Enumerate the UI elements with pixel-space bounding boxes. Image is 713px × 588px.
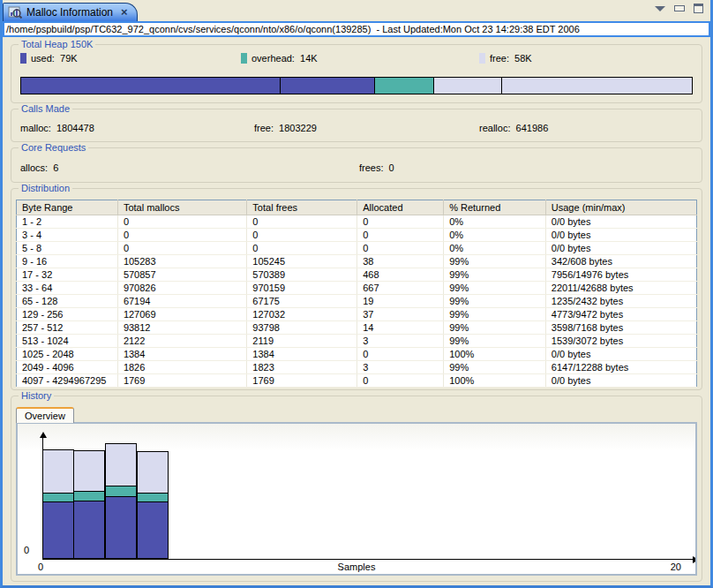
heap-bar-segment-free xyxy=(502,78,692,94)
table-row[interactable]: 4097 - 4294967295176917690100%0/0 bytes xyxy=(17,374,697,388)
close-icon[interactable]: × xyxy=(121,8,128,17)
history-bar-1-overhead xyxy=(42,493,74,502)
table-row[interactable]: 1 - 20000%0/0 bytes xyxy=(17,215,697,229)
table-row[interactable]: 5 - 80000%0/0 bytes xyxy=(17,242,697,255)
table-cell: 1235/2432 bytes xyxy=(545,295,696,308)
table-cell: 67175 xyxy=(247,295,357,308)
history-chart: 0 0 Samples 20 xyxy=(16,422,697,576)
table-cell: 0 xyxy=(357,374,444,388)
table-cell: 257 - 512 xyxy=(17,321,118,335)
table-cell: 17 - 32 xyxy=(17,268,118,282)
column-header-total-frees[interactable]: Total frees xyxy=(247,200,357,215)
table-cell: 0 xyxy=(247,242,357,255)
table-cell: 105283 xyxy=(117,255,246,268)
table-row[interactable]: 2049 - 409618261823399%6147/12288 bytes xyxy=(17,361,697,374)
table-cell: 129 - 256 xyxy=(17,308,118,321)
table-cell: 513 - 1024 xyxy=(17,335,118,348)
table-cell: 1384 xyxy=(117,348,246,361)
column-header--returned[interactable]: % Returned xyxy=(444,200,546,215)
table-cell: 99% xyxy=(444,321,546,335)
table-cell: 0/0 bytes xyxy=(545,348,696,361)
table-row[interactable]: 9 - 161052831052453899%342/608 bytes xyxy=(17,255,697,268)
table-cell: 4773/9472 bytes xyxy=(545,308,696,321)
table-cell: 19 xyxy=(357,295,444,308)
history-bar-4-overhead xyxy=(137,493,169,502)
history-bar-2-free xyxy=(73,450,105,492)
table-cell: 37 xyxy=(357,308,444,321)
tab-overview[interactable]: Overview xyxy=(16,407,74,423)
history-bar-1-used xyxy=(42,501,74,559)
column-header-byte-range[interactable]: Byte Range xyxy=(17,200,118,215)
table-cell: 99% xyxy=(444,255,546,268)
table-cell: 0 xyxy=(247,229,357,242)
table-cell: 3 xyxy=(357,361,444,374)
malloc-information-view: Malloc Information × /home/pspbuild/psp/… xyxy=(0,0,713,588)
legend-overhead: overhead: 14K xyxy=(241,53,318,64)
heap-bar-segment-used xyxy=(21,78,281,94)
table-cell: 1384 xyxy=(247,348,357,361)
table-row[interactable]: 65 - 12867194671751999%1235/2432 bytes xyxy=(17,295,697,308)
table-row[interactable]: 3 - 40000%0/0 bytes xyxy=(17,229,697,242)
history-bar-3-free xyxy=(105,443,137,486)
table-cell: 33 - 64 xyxy=(17,282,118,295)
table-cell: 38 xyxy=(357,255,444,268)
table-cell: 342/608 bytes xyxy=(545,255,696,268)
table-cell: 1769 xyxy=(117,374,246,388)
legend-used-label: used: 79K xyxy=(31,53,78,64)
legend-free: free: 58K xyxy=(479,53,532,64)
table-cell: 1539/3072 bytes xyxy=(545,335,696,348)
free-swatch xyxy=(479,53,485,64)
table-cell: 6147/12288 bytes xyxy=(545,361,696,374)
table-cell: 0 xyxy=(357,229,444,242)
table-cell: 99% xyxy=(444,335,546,348)
view-toolbar xyxy=(655,4,703,13)
history-group: History Overview 0 0 Samples 20 xyxy=(11,396,702,582)
heap-legend: used: 79K overhead: 14K free: 58K xyxy=(11,45,702,68)
table-row[interactable]: 257 - 51293812937981499%3598/7168 bytes xyxy=(17,321,697,335)
history-label: History xyxy=(19,390,54,402)
column-header-allocated[interactable]: Allocated xyxy=(357,200,444,215)
table-cell: 7956/14976 bytes xyxy=(545,268,696,282)
table-cell: 667 xyxy=(357,282,444,295)
legend-free-label: free: 58K xyxy=(490,53,532,64)
view-menu-icon[interactable] xyxy=(655,6,665,11)
history-bar-3-overhead xyxy=(105,486,137,497)
table-cell: 2122 xyxy=(117,335,246,348)
table-cell: 0/0 bytes xyxy=(545,242,696,255)
table-row[interactable]: 129 - 2561270691270323799%4773/9472 byte… xyxy=(17,308,697,321)
table-cell: 99% xyxy=(444,268,546,282)
heap-bar-segment-overhead xyxy=(375,78,435,94)
table-cell: 0 xyxy=(247,215,357,229)
table-row[interactable]: 17 - 3257085757038946899%7956/14976 byte… xyxy=(17,268,697,282)
column-header-usage-min-max-[interactable]: Usage (min/max) xyxy=(545,200,696,215)
table-cell: 570389 xyxy=(247,268,357,282)
table-cell: 127069 xyxy=(117,308,246,321)
table-row[interactable]: 1025 - 2048138413840100%0/0 bytes xyxy=(17,348,697,361)
core-allocs: allocs: 6 xyxy=(20,162,58,173)
history-bar-2-overhead xyxy=(73,491,105,501)
table-row[interactable]: 33 - 6497082697015966799%22011/42688 byt… xyxy=(17,282,697,295)
calls-made-group: Calls Made malloc: 1804478 free: 1803229… xyxy=(11,109,702,142)
x-axis-end-label: 20 xyxy=(671,562,681,572)
table-cell: 468 xyxy=(357,268,444,282)
distribution-table: Byte RangeTotal mallocsTotal freesAlloca… xyxy=(16,200,697,388)
minimize-icon[interactable] xyxy=(674,5,685,11)
table-cell: 570857 xyxy=(117,268,246,282)
table-row[interactable]: 513 - 102421222119399%1539/3072 bytes xyxy=(17,335,697,348)
table-cell: 99% xyxy=(444,308,546,321)
tab-malloc-information[interactable]: Malloc Information × xyxy=(3,3,138,21)
history-bar-4-used xyxy=(137,501,169,559)
legend-overhead-label: overhead: 14K xyxy=(251,53,318,64)
table-cell: 0% xyxy=(444,229,546,242)
y-axis-arrow-icon xyxy=(40,432,47,438)
table-cell: 4097 - 4294967295 xyxy=(17,374,118,388)
history-bar-2-used xyxy=(73,501,105,559)
table-cell: 0% xyxy=(444,215,546,229)
maximize-icon[interactable] xyxy=(694,4,703,13)
table-cell: 1025 - 2048 xyxy=(17,348,118,361)
table-cell: 0/0 bytes xyxy=(545,229,696,242)
table-cell: 970826 xyxy=(117,282,246,295)
history-bar-1-free xyxy=(42,449,74,494)
table-cell: 100% xyxy=(444,348,546,361)
column-header-total-mallocs[interactable]: Total mallocs xyxy=(117,200,246,215)
